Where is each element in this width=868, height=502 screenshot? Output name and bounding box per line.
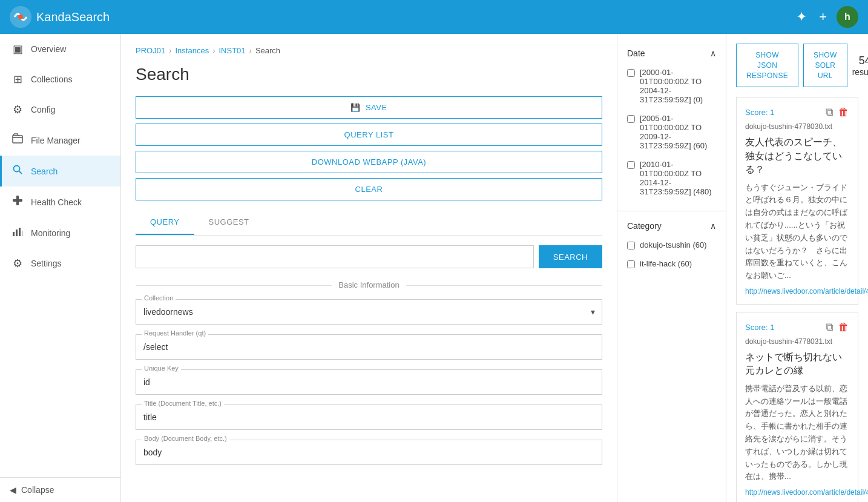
result-item-1: Score: 1 ⧉ 🗑 dokujo-tsushin-4778031.txt … <box>736 312 858 502</box>
show-json-response-button[interactable]: SHOW JSONRESPONSE <box>736 44 798 87</box>
show-solr-url-button[interactable]: SHOW SOLRURL <box>803 44 847 87</box>
result-url-1[interactable]: http://news.livedoor.com/article/detail/… <box>745 488 849 497</box>
breadcrumb-sep-1: › <box>169 46 171 55</box>
delete-icon-0[interactable]: 🗑 <box>838 106 849 119</box>
body-input[interactable] <box>136 440 602 465</box>
date-facet-label-0: [2000-01-01T00:00:00Z TO 2004-12-31T23:5… <box>640 68 716 104</box>
search-icon <box>12 164 24 178</box>
logo-text: KandaSearch <box>36 10 110 24</box>
collection-select-wrapper: livedoornews ▾ <box>136 299 602 325</box>
result-actions-0: ⧉ 🗑 <box>826 106 849 119</box>
save-icon: 💾 <box>350 103 361 112</box>
body-field: Body (Document Body, etc.) <box>136 440 602 465</box>
collapse-button[interactable]: ◀ Collapse <box>10 485 111 495</box>
puzzle-icon-button[interactable]: ✦ <box>794 7 809 27</box>
svg-rect-8 <box>16 230 18 236</box>
title-input[interactable] <box>136 405 602 430</box>
breadcrumb-proj[interactable]: PROJ01 <box>136 46 165 55</box>
results-count-number: 540 <box>852 54 868 67</box>
date-facet-item-2[interactable]: [2010-01-01T00:00:00Z TO 2014-12-31T23:5… <box>617 155 726 201</box>
sidebar-item-search[interactable]: Search <box>0 156 120 187</box>
category-facet-label-1: it-life-hack (60) <box>640 259 692 268</box>
sidebar-item-settings[interactable]: ⚙ Settings <box>0 248 120 279</box>
breadcrumb-instances[interactable]: Instances <box>175 46 209 55</box>
result-score-1: Score: 1 <box>745 323 774 332</box>
tabs: QUERY SUGGEST <box>136 210 602 236</box>
date-facet-header[interactable]: Date ∧ <box>617 44 726 63</box>
date-facet-item-0[interactable]: [2000-01-01T00:00:00Z TO 2004-12-31T23:5… <box>617 63 726 109</box>
tab-suggest[interactable]: SUGGEST <box>194 210 264 235</box>
category-facet-header[interactable]: Category ∧ <box>617 216 726 236</box>
collection-select[interactable]: livedoornews <box>136 299 602 325</box>
main-content: PROJ01 › Instances › INST01 › Search Sea… <box>121 34 868 502</box>
clear-button[interactable]: CLEAR <box>136 178 602 200</box>
logo-icon <box>10 6 31 28</box>
query-list-button[interactable]: QUERY LIST <box>136 124 602 146</box>
result-item-0: Score: 1 ⧉ 🗑 dokujo-tsushin-4778030.txt … <box>736 97 858 305</box>
search-button[interactable]: SEARCH <box>539 245 602 268</box>
sidebar-item-health-check[interactable]: Health Check <box>0 187 120 217</box>
date-facet-item-1[interactable]: [2005-01-01T00:00:00Z TO 2009-12-31T23:5… <box>617 109 726 155</box>
sidebar-item-label-config: Config <box>31 105 55 114</box>
save-button[interactable]: 💾 SAVE <box>136 96 602 119</box>
result-score-0: Score: 1 <box>745 108 774 117</box>
copy-icon-1[interactable]: ⧉ <box>826 321 833 334</box>
breadcrumb-sep-3: › <box>249 46 252 55</box>
date-facet-label-2: [2010-01-01T00:00:00Z TO 2014-12-31T23:5… <box>640 160 716 196</box>
category-facet-item-0[interactable]: dokujo-tsushin (60) <box>617 236 726 254</box>
tab-query[interactable]: QUERY <box>136 210 194 235</box>
sidebar-item-overview[interactable]: ▣ Overview <box>0 34 120 64</box>
download-webapp-button[interactable]: DOWNLOAD WEBAPP (JAVA) <box>136 151 602 173</box>
user-avatar[interactable]: h <box>837 6 858 28</box>
date-checkbox-0[interactable] <box>627 69 635 77</box>
results-count-label: results <box>852 67 868 77</box>
breadcrumb-sep-2: › <box>212 46 215 55</box>
sidebar-item-label-healthcheck: Health Check <box>31 197 82 207</box>
breadcrumb-inst[interactable]: INST01 <box>219 46 245 55</box>
category-facet-item-1[interactable]: it-life-hack (60) <box>617 254 726 273</box>
result-body-0: もうすぐジューン・ブライドと呼ばれる６月。独女の中には自分の式はまだなのに呼ばれ… <box>745 182 849 282</box>
search-input[interactable] <box>136 245 534 268</box>
date-facet-label-1: [2005-01-01T00:00:00Z TO 2009-12-31T23:5… <box>640 114 716 150</box>
sidebar-item-config[interactable]: ⚙ Config <box>0 94 120 125</box>
result-body-1: 携帯電話が普及する以前、恋人への連絡ツールは一般電話が普通だった。恋人と別れたら… <box>745 383 849 483</box>
result-actions-1: ⧉ 🗑 <box>826 321 849 334</box>
svg-rect-9 <box>19 228 21 236</box>
sidebar-item-label-filemanager: File Manager <box>31 136 81 145</box>
title-field: Title (Document Title, etc.) <box>136 405 602 430</box>
health-check-icon <box>12 195 24 209</box>
category-facet-label-0: dokujo-tsushin (60) <box>640 240 707 249</box>
result-filename-0: dokujo-tsushin-4778030.txt <box>745 122 849 131</box>
add-icon-button[interactable]: + <box>817 7 829 27</box>
body-label: Body (Document Body, etc.) <box>142 435 229 442</box>
unique-key-input[interactable] <box>136 369 602 395</box>
category-checkbox-0[interactable] <box>627 242 635 249</box>
copy-icon-0[interactable]: ⧉ <box>826 106 833 119</box>
sidebar-item-collections[interactable]: ⊞ Collections <box>0 64 120 94</box>
request-handler-input[interactable] <box>136 334 602 360</box>
result-url-0[interactable]: http://news.livedoor.com/article/detail/… <box>745 287 849 296</box>
svg-point-3 <box>14 166 20 172</box>
sidebar-item-label-search: Search <box>31 167 58 176</box>
sidebar-item-monitoring[interactable]: Monitoring <box>0 217 120 248</box>
svg-rect-7 <box>13 232 15 236</box>
date-checkbox-2[interactable] <box>627 161 635 169</box>
logo: KandaSearch <box>10 6 110 28</box>
category-checkbox-1[interactable] <box>627 260 635 268</box>
collections-icon: ⊞ <box>12 73 24 86</box>
sidebar-item-label-settings: Settings <box>31 259 62 268</box>
sidebar-item-file-manager[interactable]: File Manager <box>0 125 120 156</box>
results-count: 540 results <box>852 54 868 77</box>
config-icon: ⚙ <box>12 103 24 116</box>
svg-line-4 <box>19 171 22 174</box>
breadcrumb: PROJ01 › Instances › INST01 › Search <box>136 46 602 55</box>
facet-divider <box>617 211 726 211</box>
svg-rect-10 <box>22 231 22 236</box>
overview-icon: ▣ <box>12 42 24 56</box>
request-handler-label: Request Handler (qt) <box>142 329 208 337</box>
date-checkbox-1[interactable] <box>627 115 635 123</box>
svg-point-1 <box>18 15 23 19</box>
page-title: Search <box>136 65 602 84</box>
facets-panel: Date ∧ [2000-01-01T00:00:00Z TO 2004-12-… <box>617 34 726 502</box>
delete-icon-1[interactable]: 🗑 <box>838 321 849 334</box>
